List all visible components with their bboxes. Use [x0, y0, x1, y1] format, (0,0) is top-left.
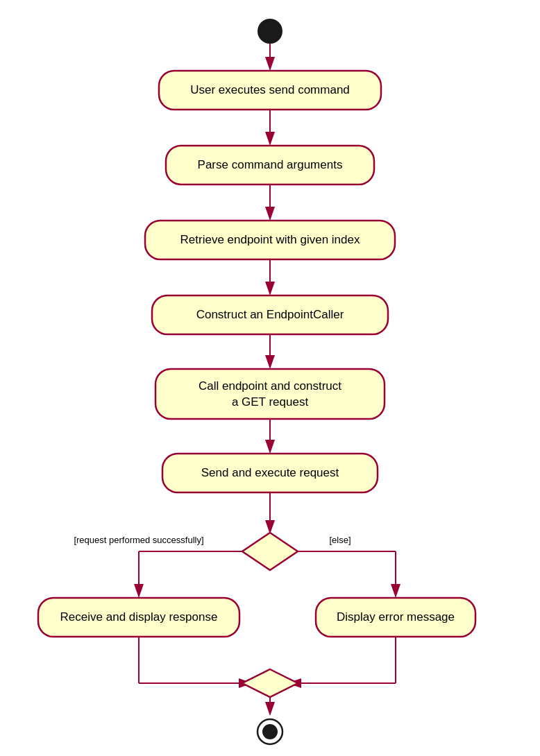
decision-diamond — [242, 533, 298, 570]
node-user-executes-label: User executes send command — [190, 83, 350, 96]
node-construct-caller-label: Construct an EndpointCaller — [196, 308, 344, 321]
end-inner — [262, 724, 278, 739]
merge-diamond — [242, 669, 298, 697]
diagram-container: User executes send command Parse command… — [0, 0, 540, 756]
start-node — [258, 19, 282, 44]
node-send-execute-label: Send and execute request — [201, 466, 339, 479]
label-else: [else] — [329, 535, 351, 545]
node-call-endpoint-label2: a GET request — [232, 395, 309, 409]
node-call-endpoint — [155, 369, 385, 419]
node-display-error-label: Display error message — [337, 610, 455, 624]
node-call-endpoint-label1: Call endpoint and construct — [199, 379, 341, 393]
node-retrieve-endpoint-label: Retrieve endpoint with given index — [180, 233, 360, 246]
node-receive-display-label: Receive and display response — [60, 610, 218, 624]
activity-diagram: User executes send command Parse command… — [0, 0, 540, 756]
label-success: [request performed successfully] — [74, 535, 203, 545]
node-parse-args-label: Parse command arguments — [198, 158, 343, 171]
